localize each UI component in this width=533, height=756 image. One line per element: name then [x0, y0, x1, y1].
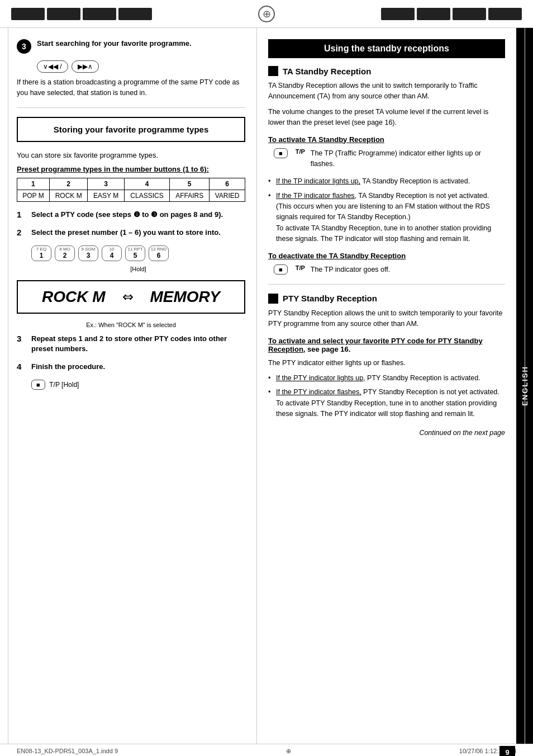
pty-para1: PTY Standby Reception allows the unit to… — [268, 308, 505, 330]
right-margin-line — [525, 28, 525, 744]
divider2 — [268, 284, 505, 285]
pty-section-heading: PTY Standby Reception — [268, 294, 505, 304]
storing-section-box: Storing your favorite programme types — [17, 117, 245, 142]
num3-label: 3 — [17, 334, 27, 343]
col-5: 5 — [170, 178, 210, 190]
cell-rock: ROCK M — [49, 190, 88, 201]
num-btn-6: 12 RND 6 — [149, 245, 169, 261]
ta-heading-rect — [268, 66, 278, 76]
storing-title: Storing your favorite programme types — [27, 125, 235, 134]
ta-section-heading: TA Standby Reception — [268, 66, 505, 76]
col-4: 4 — [124, 178, 169, 190]
memory-left-text: ROCK M — [42, 288, 106, 306]
ta-bullet2-pre: If the TP indicator flashes, — [276, 192, 356, 200]
main-container: 3 Start searching for your favorite prog… — [0, 28, 533, 744]
left-column: 3 Start searching for your favorite prog… — [0, 28, 257, 744]
next-button-icon[interactable]: ▶▶∧ — [72, 60, 99, 73]
preset-table: 1 2 3 4 5 6 POP M ROCK M EASY M CLASSICS… — [17, 178, 245, 202]
pty-bullet-list: If the PTY indicator lights up, PTY Stan… — [268, 373, 505, 420]
tp-button-hold[interactable]: ■ — [31, 380, 45, 390]
footer-compass: ⊕ — [286, 748, 291, 755]
ta-bullet2: If the TP indicator flashes, TA Standby … — [268, 191, 505, 245]
step3-body: If there is a station broadcasting a pro… — [17, 77, 245, 98]
tp-deactivate-label: T/P — [296, 264, 305, 271]
ex-text: Ex.: When "ROCK M" is selected — [17, 322, 245, 328]
top-bar-rect1 — [11, 8, 45, 20]
pty-heading-rect — [268, 294, 278, 304]
right-column: Using the standby receptions TA Standby … — [257, 28, 533, 744]
nav-buttons-row: ∨◀◀ / ▶▶∧ — [37, 60, 245, 73]
pty-activate-seepage: see page 16. — [307, 345, 350, 353]
tp-activate-label: T/P — [296, 148, 305, 155]
continued-text: Continued on the next page — [268, 429, 505, 437]
top-bar-rect7 — [453, 8, 486, 20]
you-can-store-text: You can store six favorite programme typ… — [17, 151, 245, 159]
hold-tp-row: ■ T/P [Hold] — [31, 380, 245, 390]
step3-circle: 3 — [17, 39, 31, 54]
num-btn-4: 10 4 — [102, 245, 122, 261]
col-6: 6 — [210, 178, 245, 190]
ta-bullet1-post: TA Standby Reception is activated. — [362, 177, 470, 185]
pty-activate-heading-text: To activate and select your favorite PTY… — [268, 337, 483, 353]
num-btn-5: 11 RPT 5 — [125, 245, 145, 261]
num-btn-1: 7 EQ 1 — [31, 245, 51, 261]
activate-ta-heading: To activate TA Standby Reception — [268, 135, 505, 144]
pty-activate-note: The PTY indicator either lights up or fl… — [268, 358, 505, 368]
ta-bullet2-extra: To activate TA Standby Reception, tune i… — [276, 224, 491, 243]
top-bar-rect4 — [118, 8, 152, 20]
pty-bullet2: If the PTY indicator flashes, PTY Standb… — [268, 387, 505, 419]
divider1 — [17, 107, 245, 108]
pty-bullet2-post: PTY Standby Reception is not yet activat… — [363, 388, 499, 396]
num3-text: Repeat steps 1 and 2 to store other PTY … — [31, 334, 245, 354]
pty-heading-text: PTY Standby Reception — [283, 294, 377, 303]
pty-activate-heading: To activate and select your favorite PTY… — [268, 337, 505, 353]
pty-bullet1: If the PTY indicator lights up, PTY Stan… — [268, 373, 505, 384]
page-number: 9 — [499, 746, 515, 756]
ta-bullet1: If the TP indicator lights up, TA Standb… — [268, 176, 505, 187]
step3-row: 3 Start searching for your favorite prog… — [17, 39, 245, 54]
ta-para2: The volume changes to the preset TA volu… — [268, 107, 505, 129]
num-btn-3: 9 SGM 3 — [78, 245, 98, 261]
num1-label: 1 — [17, 210, 27, 219]
num-step2: 2 Select the preset number (1 – 6) you w… — [17, 228, 245, 238]
memory-display-box: ROCK M ⇔ MEMORY — [17, 280, 245, 314]
top-bar-rect2 — [47, 8, 80, 20]
num1-text: Select a PTY code (see steps ❶ to ❸ on p… — [31, 210, 223, 220]
deactivate-ta-heading: To deactivate the TA Standby Reception — [268, 252, 505, 260]
tp-activate-note: The TP (Traffic Programme) indicator eit… — [311, 148, 505, 170]
ta-para1: TA Standby Reception allows the unit to … — [268, 81, 505, 102]
ta-bullet1-pre: If the TP indicator lights up, — [276, 177, 360, 185]
tp-activate-button[interactable]: ■ — [274, 148, 288, 158]
num4-text: Finish the procedure. — [31, 362, 105, 372]
pty-bullet2-pre: If the PTY indicator flashes, — [276, 388, 361, 396]
pty-bullet2-extra: To activate PTY Standby Reception, tune … — [276, 399, 497, 418]
top-bar-rect6 — [417, 8, 450, 20]
number-buttons-row: 7 EQ 1 8 MO 2 9 SGM 3 10 4 11 RPT 5 12 R… — [31, 245, 245, 261]
cell-pop: POP M — [17, 190, 50, 201]
memory-right-text: MEMORY — [150, 288, 221, 306]
table-header-row: 1 2 3 4 5 6 — [17, 178, 245, 190]
prev-button-icon[interactable]: ∨◀◀ / — [37, 60, 68, 73]
tp-activate-row: ■ T/P The TP (Traffic Programme) indicat… — [274, 148, 505, 170]
num-step3: 3 Repeat steps 1 and 2 to store other PT… — [17, 334, 245, 354]
col-2: 2 — [49, 178, 88, 190]
top-bar-rect3 — [83, 8, 116, 20]
cell-affairs: AFFAIRS — [170, 190, 210, 201]
top-bar-rect8 — [488, 8, 522, 20]
tp-deactivate-row: ■ T/P The TP indicator goes off. — [274, 264, 505, 275]
col-3: 3 — [88, 178, 124, 190]
tp-deactivate-note: The TP indicator goes off. — [311, 264, 390, 275]
num-step1: 1 Select a PTY code (see steps ❶ to ❸ on… — [17, 210, 245, 220]
pty-bullet1-pre: If the PTY indicator lights up, — [276, 374, 365, 382]
top-bar-rect5 — [381, 8, 415, 20]
step3-title: Start searching for your favorite progra… — [37, 39, 192, 48]
num4-label: 4 — [17, 362, 27, 371]
cell-varied: VARIED — [210, 190, 245, 201]
using-standby-heading: Using the standby receptions — [268, 39, 505, 58]
hold-label: [Hold] — [31, 266, 245, 272]
tp-deactivate-button[interactable]: ■ — [274, 264, 288, 275]
num2-text: Select the preset number (1 – 6) you wan… — [31, 228, 221, 238]
bottom-bar: EN08-13_KD-PDR51_003A_1.indd 9 ⊕ 10/27/0… — [0, 744, 533, 756]
num-btn-2: 8 MO 2 — [55, 245, 75, 261]
arrow-icon: ⇔ — [122, 289, 134, 305]
